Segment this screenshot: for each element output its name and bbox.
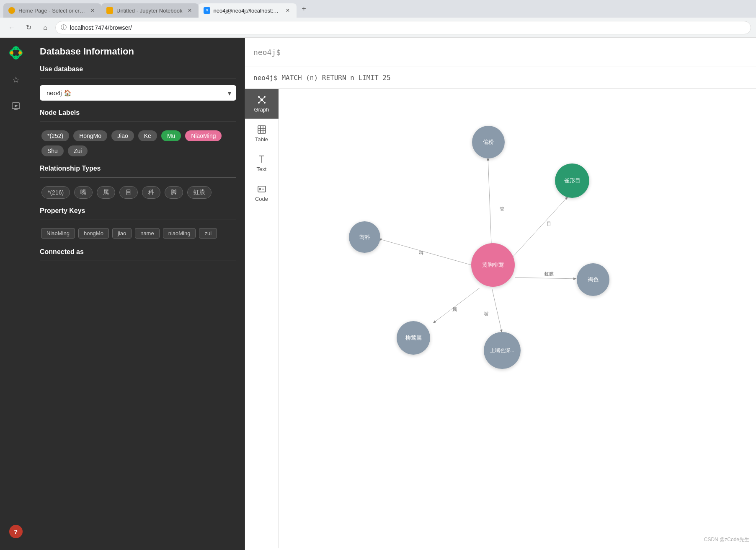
tab-2-icon	[106, 7, 113, 14]
edge-label-zui: 嘴	[484, 311, 488, 316]
svg-rect-21	[258, 126, 266, 133]
svg-line-20	[262, 100, 265, 103]
main-layout: ☆ ? Database Information Use database ne…	[0, 38, 756, 550]
node-label-mu[interactable]: Mu	[161, 130, 181, 141]
graph-view-label: Graph	[254, 106, 269, 113]
panel-title: Database Information	[40, 46, 236, 57]
tab-3-close[interactable]: ✕	[284, 7, 292, 14]
edge-label-hongmo: 虹膜	[544, 271, 554, 276]
edge-label-guan: 管	[500, 206, 504, 211]
use-database-label: Use database	[40, 65, 236, 73]
svg-line-38	[492, 289, 502, 332]
node-label-all[interactable]: *(252)	[41, 130, 69, 141]
tab-2[interactable]: Untitled - Jupyter Notebook ✕	[101, 3, 199, 18]
node-label-niaoming[interactable]: NiaoMing	[185, 130, 222, 141]
divider-4	[40, 220, 236, 220]
rel-type-jiao[interactable]: 脚	[165, 186, 183, 199]
table-view-button[interactable]: Table	[245, 119, 279, 148]
rel-type-hongmo[interactable]: 虹膜	[187, 186, 212, 199]
node-central[interactable]: 黄胸柳莺	[471, 243, 515, 287]
connected-as-label: Connected as	[40, 248, 236, 256]
result-query-text: neo4j$ MATCH (n) RETURN n LIMIT 25	[253, 74, 391, 82]
svg-line-37	[433, 288, 480, 323]
divider-2	[40, 122, 236, 122]
rel-type-ke[interactable]: 科	[142, 186, 160, 199]
node-label-jiao[interactable]: Jiao	[111, 130, 134, 141]
tab-3[interactable]: N neo4j@neo4j://localhost:7687/n ✕	[199, 3, 297, 18]
node-quexingmu[interactable]: 雀形目	[555, 163, 589, 198]
svg-text:N: N	[206, 9, 208, 12]
relationship-types-title: Relationship Types	[40, 165, 236, 172]
rel-type-mu[interactable]: 目	[119, 186, 138, 199]
tab-2-close[interactable]: ✕	[186, 7, 194, 14]
sidebar: ☆ ?	[0, 38, 31, 550]
result-query-header: neo4j$ MATCH (n) RETURN n LIMIT 25	[245, 67, 756, 89]
rel-type-all[interactable]: *(216)	[41, 186, 70, 199]
prop-hongmo[interactable]: hongMo	[78, 228, 109, 239]
info-icon: ⓘ	[61, 24, 67, 31]
text-view-button[interactable]: Text	[245, 148, 279, 178]
prop-niaoming2[interactable]: niaoMing	[163, 228, 196, 239]
node-labels-title: Node Labels	[40, 109, 236, 117]
database-select-wrapper: neo4j 🏠 ▾	[40, 85, 236, 101]
back-button[interactable]: ←	[5, 21, 18, 34]
svg-point-5	[14, 55, 17, 58]
graph-icon	[257, 95, 267, 105]
svg-rect-11	[15, 109, 16, 109]
prop-niaoming[interactable]: NiaoMing	[41, 228, 75, 239]
node-label-shu[interactable]: Shu	[41, 145, 64, 156]
code-view-button[interactable]: Code	[245, 178, 279, 208]
svg-rect-10	[14, 109, 18, 110]
node-label-zui[interactable]: Zui	[68, 145, 88, 156]
node-label-ke[interactable]: Ke	[138, 130, 157, 141]
node-shanghui[interactable]: 上嘴色深...	[484, 332, 521, 369]
address-bar: ← ↻ ⌂ ⓘ localhost:7474/browser/	[0, 18, 756, 38]
divider-1	[40, 78, 236, 78]
code-view-label: Code	[255, 196, 268, 202]
svg-rect-28	[258, 186, 266, 192]
svg-line-36	[515, 278, 576, 279]
edge-label-ke: 科	[419, 250, 423, 255]
tab-1-title: Home Page - Select or create a n	[18, 8, 85, 14]
edge-label-mu: 目	[547, 221, 551, 226]
database-select[interactable]: neo4j 🏠	[40, 85, 236, 101]
browser-chrome: Home Page - Select or create a n ✕ Untit…	[0, 0, 756, 38]
rel-type-zui[interactable]: 嘴	[74, 186, 93, 199]
prop-zui[interactable]: zui	[199, 228, 217, 239]
graph-canvas-area: 管 目 科 虹膜 属	[279, 89, 756, 548]
result-body: Graph Table	[245, 89, 756, 548]
node-pianfen[interactable]: 偏粉	[472, 126, 505, 158]
help-icon[interactable]: ?	[8, 523, 24, 540]
node-hese[interactable]: 褐色	[577, 263, 609, 296]
graph-view-button[interactable]: Graph	[245, 89, 279, 119]
neo4j-logo-icon[interactable]	[8, 44, 24, 61]
property-keys-container: NiaoMing hongMo jiao name niaoMing zui	[40, 227, 236, 240]
tab-1-icon	[8, 7, 15, 14]
node-yingke[interactable]: 莺科	[349, 221, 380, 253]
node-label-hongmo[interactable]: HongMo	[73, 130, 107, 141]
relationship-types-container: *(216) 嘴 属 目 科 脚 虹膜	[40, 184, 236, 200]
tab-2-title: Untitled - Jupyter Notebook	[116, 8, 183, 14]
svg-line-34	[513, 197, 568, 257]
query-prompt: neo4j$	[253, 48, 281, 57]
url-bar[interactable]: ⓘ localhost:7474/browser/	[55, 21, 751, 34]
new-tab-button[interactable]: +	[298, 3, 310, 15]
view-toolbar: Graph Table	[245, 89, 279, 548]
tab-3-title: neo4j@neo4j://localhost:7687/n	[214, 8, 281, 14]
rel-type-shu[interactable]: 属	[97, 186, 115, 199]
text-icon	[257, 154, 267, 164]
star-icon[interactable]: ☆	[8, 71, 24, 88]
tab-1[interactable]: Home Page - Select or create a n ✕	[3, 3, 101, 18]
tab-bar: Home Page - Select or create a n ✕ Untit…	[0, 0, 756, 18]
home-button[interactable]: ⌂	[39, 21, 52, 34]
svg-point-4	[14, 47, 17, 50]
node-liuyingshu[interactable]: 柳莺属	[397, 321, 430, 355]
property-keys-title: Property Keys	[40, 207, 236, 215]
left-panel: Database Information Use database neo4j …	[31, 38, 245, 550]
play-icon[interactable]	[8, 98, 24, 115]
tab-3-icon: N	[204, 7, 210, 14]
reload-button[interactable]: ↻	[22, 21, 35, 34]
tab-1-close[interactable]: ✕	[89, 7, 96, 14]
prop-jiao[interactable]: jiao	[112, 228, 132, 239]
prop-name[interactable]: name	[135, 228, 160, 239]
